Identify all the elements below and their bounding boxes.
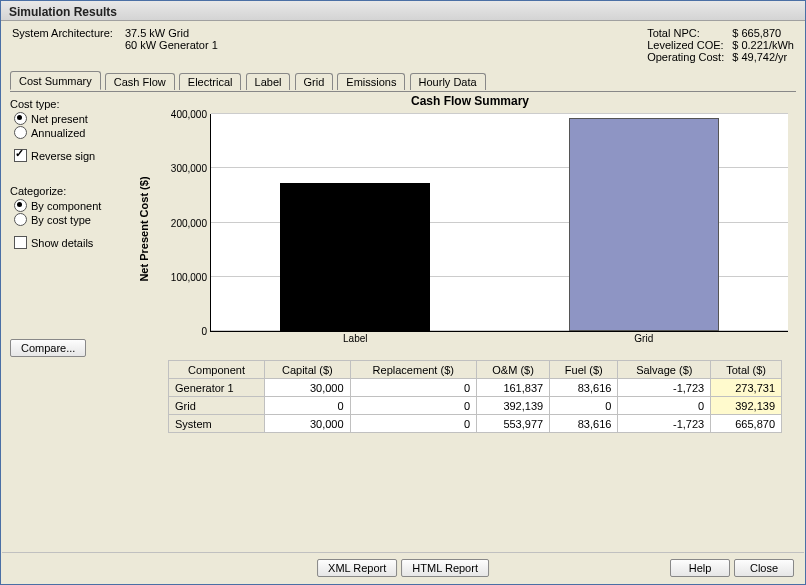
window: Simulation Results System Architecture: … <box>0 0 806 585</box>
checkbox-icon <box>14 236 27 249</box>
table-cell: 0 <box>550 397 618 415</box>
tab-cash-flow[interactable]: Cash Flow <box>105 73 175 90</box>
x-tick-label: Label <box>343 331 367 344</box>
side-controls: Cost type: Net present Annualized Revers… <box>10 98 140 357</box>
radio-icon <box>14 213 27 226</box>
checkbox-icon <box>14 149 27 162</box>
op-value: $ 49,742/yr <box>732 51 794 63</box>
chart: Cash Flow Summary Net Present Cost ($) 0… <box>150 94 790 352</box>
table-header: Component <box>169 361 265 379</box>
chart-title: Cash Flow Summary <box>150 94 790 110</box>
radio-label: Annualized <box>31 127 85 139</box>
table-cell: 83,616 <box>550 379 618 397</box>
y-tick-label: 100,000 <box>171 271 211 282</box>
row-label: Grid <box>169 397 265 415</box>
radio-label: By component <box>31 200 101 212</box>
radio-by-cost-type[interactable]: By cost type <box>14 213 140 226</box>
table-cell: 0 <box>618 397 711 415</box>
y-tick-label: 300,000 <box>171 163 211 174</box>
y-tick-label: 200,000 <box>171 217 211 228</box>
table-cell: 30,000 <box>265 415 350 433</box>
tab-panel-cost-summary: Cost type: Net present Annualized Revers… <box>10 91 796 538</box>
client-area: System Architecture: 37.5 kW Grid 60 kW … <box>2 21 804 583</box>
table-header: Fuel ($) <box>550 361 618 379</box>
table-cell: 553,977 <box>477 415 550 433</box>
xml-report-button[interactable]: XML Report <box>317 559 397 577</box>
tab-cost-summary[interactable]: Cost Summary <box>10 71 101 90</box>
compare-button[interactable]: Compare... <box>10 339 86 357</box>
categorize-label: Categorize: <box>10 185 140 197</box>
table-cell: 392,139 <box>477 397 550 415</box>
op-label: Operating Cost: <box>647 51 724 63</box>
check-show-details[interactable]: Show details <box>14 236 140 249</box>
radio-net-present[interactable]: Net present <box>14 112 140 125</box>
arch-label: System Architecture: <box>12 27 113 39</box>
table-cell: 161,837 <box>477 379 550 397</box>
tab-emissions[interactable]: Emissions <box>337 73 405 90</box>
table-cell: 0 <box>350 397 476 415</box>
x-tick-label: Grid <box>634 331 653 344</box>
bar-grid <box>569 118 719 331</box>
npc-label: Total NPC: <box>647 27 724 39</box>
help-button[interactable]: Help <box>670 559 730 577</box>
table-cell: 30,000 <box>265 379 350 397</box>
table-cell: 83,616 <box>550 415 618 433</box>
table-header: Replacement ($) <box>350 361 476 379</box>
table-cell: 0 <box>265 397 350 415</box>
table-cell: 392,139 <box>711 397 782 415</box>
table-cell: 0 <box>350 379 476 397</box>
arch-line1: 37.5 kW Grid <box>125 27 218 39</box>
tabstrip: Cost Summary Cash Flow Electrical Label … <box>10 71 796 91</box>
table-cell: -1,723 <box>618 379 711 397</box>
coe-label: Levelized COE: <box>647 39 724 51</box>
row-label: System <box>169 415 265 433</box>
table-header: Capital ($) <box>265 361 350 379</box>
radio-icon <box>14 126 27 139</box>
y-tick-label: 0 <box>201 326 211 337</box>
tab-grid[interactable]: Grid <box>295 73 334 90</box>
tab-hourly-data[interactable]: Hourly Data <box>410 73 486 90</box>
npc-value: $ 665,870 <box>732 27 794 39</box>
radio-icon <box>14 199 27 212</box>
table-cell: 0 <box>350 415 476 433</box>
header-left: System Architecture: 37.5 kW Grid 60 kW … <box>12 27 218 63</box>
html-report-button[interactable]: HTML Report <box>401 559 489 577</box>
close-button[interactable]: Close <box>734 559 794 577</box>
radio-by-component[interactable]: By component <box>14 199 140 212</box>
chart-plot: 0100,000200,000300,000400,000LabelGrid <box>210 114 788 332</box>
radio-label: By cost type <box>31 214 91 226</box>
y-axis-title: Net Present Cost ($) <box>138 176 150 281</box>
tab-electrical[interactable]: Electrical <box>179 73 242 90</box>
table-header: O&M ($) <box>477 361 550 379</box>
y-tick-label: 400,000 <box>171 109 211 120</box>
table-cell: 273,731 <box>711 379 782 397</box>
cost-table: ComponentCapital ($)Replacement ($)O&M (… <box>168 360 782 433</box>
cost-type-label: Cost type: <box>10 98 140 110</box>
gridline <box>211 113 788 114</box>
header: System Architecture: 37.5 kW Grid 60 kW … <box>2 21 804 67</box>
table-header-row: ComponentCapital ($)Replacement ($)O&M (… <box>169 361 782 379</box>
table-row: System30,0000553,97783,616-1,723665,870 <box>169 415 782 433</box>
bar-label <box>280 183 430 331</box>
coe-value: $ 0.221/kWh <box>732 39 794 51</box>
chart-body: Net Present Cost ($) 0100,000200,000300,… <box>150 110 790 348</box>
table-cell: -1,723 <box>618 415 711 433</box>
check-label: Show details <box>31 237 93 249</box>
table-header: Salvage ($) <box>618 361 711 379</box>
footer: XML Report HTML Report Help Close <box>2 552 804 583</box>
table-row: Grid00392,13900392,139 <box>169 397 782 415</box>
check-reverse-sign[interactable]: Reverse sign <box>14 149 140 162</box>
window-title: Simulation Results <box>1 1 805 21</box>
tab-label[interactable]: Label <box>246 73 291 90</box>
radio-icon <box>14 112 27 125</box>
table-cell: 665,870 <box>711 415 782 433</box>
radio-label: Net present <box>31 113 88 125</box>
row-label: Generator 1 <box>169 379 265 397</box>
radio-annualized[interactable]: Annualized <box>14 126 140 139</box>
table-header: Total ($) <box>711 361 782 379</box>
check-label: Reverse sign <box>31 150 95 162</box>
header-right: Total NPC: Levelized COE: Operating Cost… <box>647 27 794 63</box>
arch-line2: 60 kW Generator 1 <box>125 39 218 51</box>
table-row: Generator 130,0000161,83783,616-1,723273… <box>169 379 782 397</box>
